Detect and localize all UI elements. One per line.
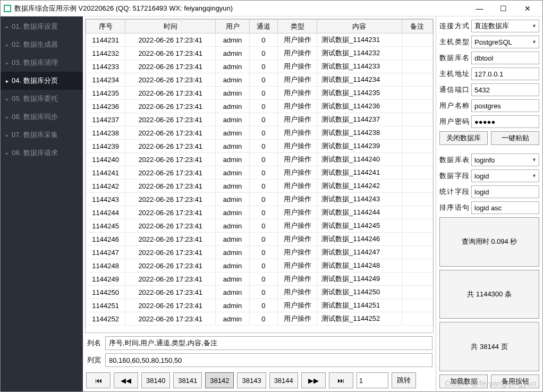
app-icon [4,5,11,12]
cell: 1144251 [86,299,125,312]
load-data-button[interactable]: 加载数据 [439,374,488,388]
cell: 用户操作 [277,126,317,140]
table-row[interactable]: 11442492022-06-26 17:23:41admin0用户操作测试数据… [86,272,433,286]
conn-mode-select[interactable]: 直连数据库▼ [471,20,539,32]
cell: admin [216,100,250,113]
cell: 0 [249,259,277,272]
cell: 1144246 [86,233,125,246]
table-row[interactable]: 11442412022-06-26 17:23:41admin0用户操作测试数据… [86,166,433,180]
cell: 测试数据_1144251 [317,299,402,312]
table-row[interactable]: 11442462022-06-26 17:23:41admin0用户操作测试数据… [86,233,433,246]
col-header[interactable]: 类型 [277,20,317,33]
cell: 测试数据_1144240 [317,153,402,166]
sidebar-item-0[interactable]: ▸01. 数据库设置 [1,18,83,36]
cell: 2022-06-26 17:23:41 [125,193,216,206]
cell: 用户操作 [277,47,317,60]
cell [402,219,432,233]
table-row[interactable]: 11442472022-06-26 17:23:41admin0用户操作测试数据… [86,246,433,259]
pager-prev-button[interactable]: ◀◀ [114,372,138,388]
user-input[interactable]: postgres [471,99,539,112]
cell [402,100,432,113]
sidebar-item-3[interactable]: ▸04. 数据库分页 [1,72,83,90]
pager-jump-button[interactable]: 跳转 [392,372,416,388]
cell: admin [216,87,250,100]
db-table-select[interactable]: loginfo▼ [471,154,539,166]
spare-button[interactable]: 备用按钮 [491,374,539,388]
sidebar-item-5[interactable]: ▸06. 数据库同步 [1,108,83,126]
close-button[interactable]: ✕ [515,1,539,16]
table-row[interactable]: 11442442022-06-26 17:23:41admin0用户操作测试数据… [86,206,433,219]
pager-first-button[interactable]: ⏮ [86,372,111,388]
table-row[interactable]: 11442522022-06-26 17:23:41admin0用户操作测试数据… [86,312,433,326]
pager-page-button[interactable]: 38141 [173,372,202,388]
table-row[interactable]: 11442402022-06-26 17:23:41admin0用户操作测试数据… [86,153,433,166]
table-row[interactable]: 11442422022-06-26 17:23:41admin0用户操作测试数据… [86,180,433,193]
cell: admin [216,312,250,326]
col-header[interactable]: 内容 [317,20,402,33]
cell: 测试数据_1144232 [317,47,402,60]
pager-page-button[interactable]: 38142 [205,372,234,388]
col-header[interactable]: 序号 [86,20,125,33]
table-row[interactable]: 11442392022-06-26 17:23:41admin0用户操作测试数据… [86,140,433,153]
table-row[interactable]: 11442382022-06-26 17:23:41admin0用户操作测试数据… [86,126,433,140]
pager-last-button[interactable]: ⏭ [329,372,353,388]
host-addr-input[interactable]: 127.0.0.1 [471,67,539,80]
close-db-button[interactable]: 关闭数据库 [439,131,488,145]
table-row[interactable]: 11442312022-06-26 17:23:41admin0用户操作测试数据… [86,33,433,47]
maximize-button[interactable]: ☐ [491,1,515,16]
stat-field-input[interactable]: logid [471,185,539,198]
cell: 用户操作 [277,219,317,233]
table-row[interactable]: 11442332022-06-26 17:23:41admin0用户操作测试数据… [86,60,433,73]
cell: 1144240 [86,153,125,166]
port-input[interactable]: 5432 [471,83,539,96]
cell: 用户操作 [277,87,317,100]
db-name-input[interactable]: dbtool [471,52,539,64]
pager-page-button[interactable]: 38144 [269,372,298,388]
col-header[interactable]: 通道 [249,20,277,33]
paste-button[interactable]: 一键粘贴 [491,131,539,145]
table-scroll[interactable]: 序号时间用户通道类型内容备注 11442312022-06-26 17:23:4… [86,19,433,333]
colname-input[interactable] [105,336,432,350]
cell: admin [216,180,250,193]
chevron-right-icon: ▸ [6,114,9,120]
pager-page-button[interactable]: 38140 [141,372,170,388]
table-row[interactable]: 11442512022-06-26 17:23:41admin0用户操作测试数据… [86,299,433,312]
sidebar-item-2[interactable]: ▸03. 数据库清理 [1,54,83,72]
cell: 测试数据_1144235 [317,87,402,100]
db-field-select[interactable]: logid▼ [471,169,539,182]
cell: 测试数据_1144236 [317,100,402,113]
col-header[interactable]: 备注 [402,20,432,33]
table-row[interactable]: 11442362022-06-26 17:23:41admin0用户操作测试数据… [86,100,433,113]
col-header[interactable]: 用户 [216,20,250,33]
cell: 2022-06-26 17:23:41 [125,206,216,219]
pager-next-button[interactable]: ▶▶ [301,372,326,388]
order-input[interactable]: logid asc [471,201,539,214]
table-row[interactable]: 11442322022-06-26 17:23:41admin0用户操作测试数据… [86,47,433,60]
cell: 0 [249,246,277,259]
sidebar-item-7[interactable]: ▸08. 数据库请求 [1,144,83,162]
table-row[interactable]: 11442502022-06-26 17:23:41admin0用户操作测试数据… [86,286,433,299]
sidebar-item-1[interactable]: ▸02. 数据生成器 [1,36,83,54]
col-header[interactable]: 时间 [125,20,216,33]
data-table-wrap: 序号时间用户通道类型内容备注 11442312022-06-26 17:23:4… [85,19,434,333]
cell: 2022-06-26 17:23:41 [125,73,216,87]
cell [402,153,432,166]
colwidth-input[interactable] [105,353,432,367]
minimize-button[interactable]: — [468,1,491,16]
pager-page-spin[interactable]: 1 [357,372,388,388]
table-row[interactable]: 11442482022-06-26 17:23:41admin0用户操作测试数据… [86,259,433,272]
cell: 0 [249,153,277,166]
chevron-right-icon: ▸ [6,60,9,66]
pager-page-button[interactable]: 38143 [237,372,266,388]
table-row[interactable]: 11442342022-06-26 17:23:41admin0用户操作测试数据… [86,73,433,87]
cell [402,206,432,219]
table-row[interactable]: 11442452022-06-26 17:23:41admin0用户操作测试数据… [86,219,433,233]
table-row[interactable]: 11442352022-06-26 17:23:41admin0用户操作测试数据… [86,87,433,100]
sidebar-item-4[interactable]: ▸05. 数据库委托 [1,90,83,108]
host-type-select[interactable]: PostgreSQL▼ [471,36,539,48]
table-row[interactable]: 11442432022-06-26 17:23:41admin0用户操作测试数据… [86,193,433,206]
pwd-input[interactable]: ●●●●● [471,115,539,128]
sidebar-item-6[interactable]: ▸07. 数据库采集 [1,126,83,144]
table-row[interactable]: 11442372022-06-26 17:23:41admin0用户操作测试数据… [86,113,433,126]
cell [402,259,432,272]
